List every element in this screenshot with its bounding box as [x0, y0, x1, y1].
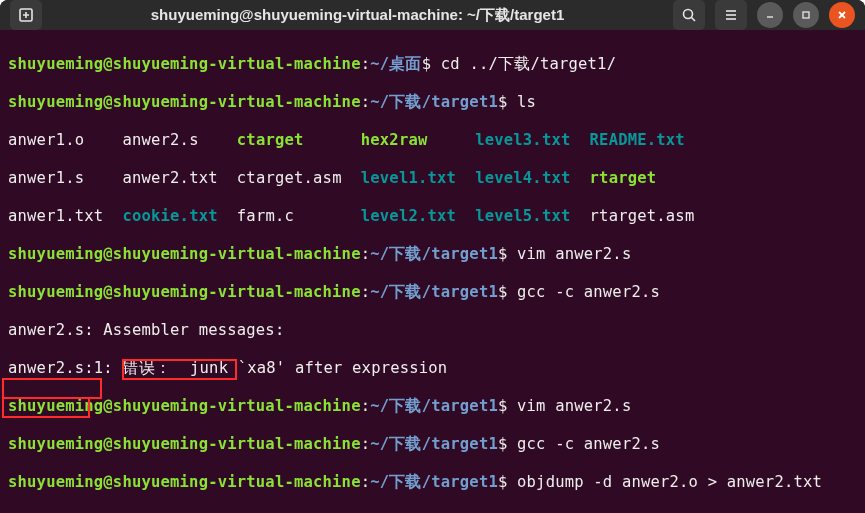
prompt-userhost: shuyueming@shuyueming-virtual-machine [8, 55, 361, 73]
window-title: shuyueming@shuyueming-virtual-machine: ~… [50, 6, 665, 25]
assembler-error: anwer2.s:1: 错误： junk `xa8' after express… [8, 359, 857, 378]
highlight-box [2, 378, 102, 399]
svg-rect-9 [803, 12, 809, 18]
cmd-vim: vim anwer2.s [517, 245, 631, 263]
terminal-window: shuyueming@shuyueming-virtual-machine: ~… [0, 0, 865, 513]
prompt-line: shuyueming@shuyueming-virtual-machine:~/… [8, 473, 857, 492]
ls-row: anwer1.s anwer2.txt ctarget.asm level1.t… [8, 169, 857, 188]
new-tab-button[interactable] [10, 0, 42, 30]
prompt-line: shuyueming@shuyueming-virtual-machine:~/… [8, 55, 857, 74]
ls-row: anwer1.txt cookie.txt farm.c level2.txt … [8, 207, 857, 226]
prompt-line: shuyueming@shuyueming-virtual-machine:~/… [8, 283, 857, 302]
search-button[interactable] [673, 0, 705, 30]
terminal-body[interactable]: shuyueming@shuyueming-virtual-machine:~/… [0, 30, 865, 513]
svg-line-4 [692, 18, 696, 22]
prompt-line: shuyueming@shuyueming-virtual-machine:~/… [8, 93, 857, 112]
prompt-line: shuyueming@shuyueming-virtual-machine:~/… [8, 435, 857, 454]
assembler-msg: anwer2.s: Assembler messages: [8, 321, 857, 340]
titlebar: shuyueming@shuyueming-virtual-machine: ~… [0, 0, 865, 30]
ls-row: anwer1.o anwer2.s ctarget hex2raw level3… [8, 131, 857, 150]
cmd-ls: ls [517, 93, 536, 111]
maximize-button[interactable] [793, 2, 819, 28]
prompt-path: ~/桌面 [370, 55, 421, 73]
minimize-button[interactable] [757, 2, 783, 28]
cmd-objdump: objdump -d anwer2.o > anwer2.txt [517, 473, 822, 491]
menu-button[interactable] [715, 0, 747, 30]
svg-point-3 [684, 10, 693, 19]
prompt-line: shuyueming@shuyueming-virtual-machine:~/… [8, 245, 857, 264]
cmd-cd: cd ../下载/target1/ [441, 55, 616, 73]
cmd-gcc: gcc -c anwer2.s [517, 283, 660, 301]
prompt-line: shuyueming@shuyueming-virtual-machine:~/… [8, 397, 857, 416]
close-button[interactable] [829, 2, 855, 28]
